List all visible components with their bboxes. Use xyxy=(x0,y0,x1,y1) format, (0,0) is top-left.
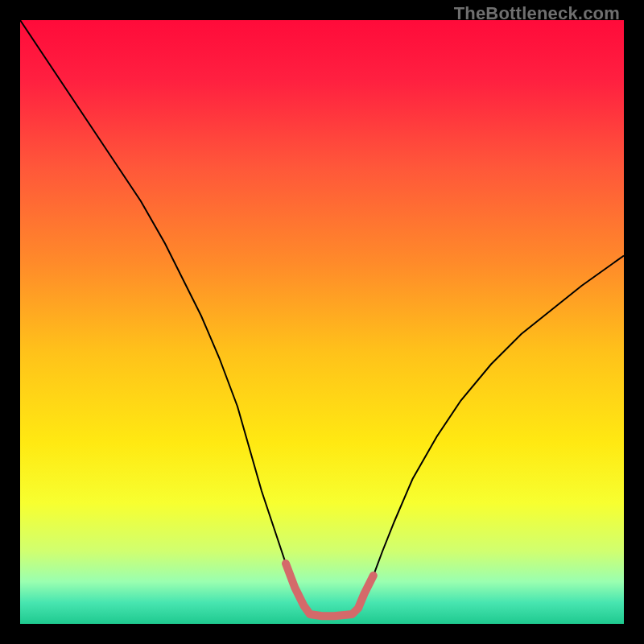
bottleneck-curve xyxy=(20,20,624,614)
chart-frame: TheBottleneck.com xyxy=(0,0,644,644)
sweet-spot-band xyxy=(286,564,374,616)
plot-area xyxy=(20,20,624,624)
curve-layer xyxy=(20,20,624,624)
